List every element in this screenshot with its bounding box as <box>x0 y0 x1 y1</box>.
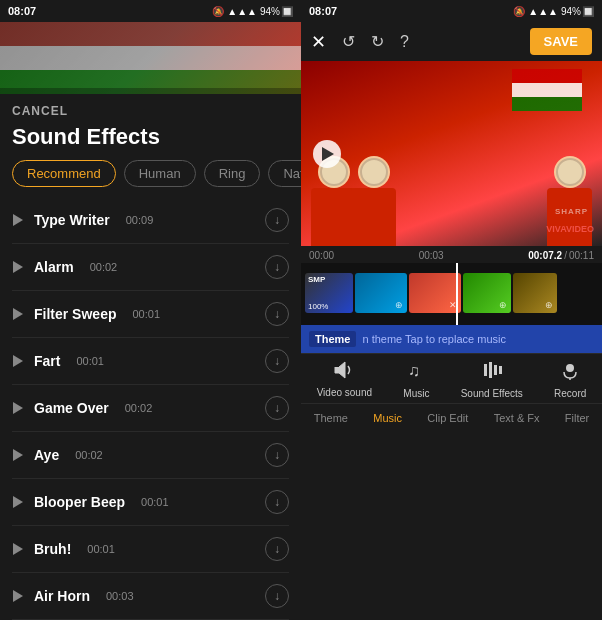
timeline-area[interactable]: SMP 100% ⊕ ✕ ⊕ ⊕ <box>301 263 602 325</box>
sound-list: Type Writer 00:09 ↓ Alarm 00:02 ↓ Filter… <box>0 197 301 620</box>
download-button[interactable]: ↓ <box>265 584 289 608</box>
list-item[interactable]: Air Horn 00:03 ↓ <box>12 573 289 620</box>
tab-nature[interactable]: Nature <box>268 160 301 187</box>
play-button[interactable] <box>12 261 24 273</box>
sound-name: Aye <box>34 447 59 463</box>
tab-human[interactable]: Human <box>124 160 196 187</box>
clip-1[interactable]: SMP 100% <box>305 273 353 313</box>
play-button[interactable] <box>12 543 24 555</box>
tool-video-sound[interactable]: Video sound <box>317 361 372 398</box>
figure-body <box>311 188 356 246</box>
video-scene: SHARP VIVAVIDEO <box>301 61 602 246</box>
music-icon: ♫ <box>406 360 426 385</box>
mask <box>556 158 584 186</box>
download-icon: ↓ <box>274 261 280 273</box>
tool-music[interactable]: ♫ Music <box>403 360 429 399</box>
clip-icon-2: ⊕ <box>395 300 403 310</box>
svg-point-5 <box>566 364 574 372</box>
clip-4[interactable]: ⊕ <box>463 273 511 313</box>
figure-body <box>351 188 396 246</box>
nav-filter[interactable]: Filter <box>557 410 597 426</box>
tool-sound-effects[interactable]: Sound Effects <box>461 360 523 399</box>
right-top-bar: ✕ ↺ ↻ ? SAVE <box>301 22 602 61</box>
video-play-button[interactable] <box>313 140 341 168</box>
save-button[interactable]: SAVE <box>530 28 592 55</box>
list-item[interactable]: Aye 00:02 ↓ <box>12 432 289 479</box>
sound-duration: 00:02 <box>75 449 103 461</box>
right-status-bar: 08:07 🔕 ▲▲▲ 94% 🔲 <box>301 0 602 22</box>
sound-item-left: Fart 00:01 <box>12 353 265 369</box>
play-button[interactable] <box>12 590 24 602</box>
clip-label: SMP <box>308 275 325 284</box>
play-button[interactable] <box>12 402 24 414</box>
tab-ring[interactable]: Ring <box>204 160 261 187</box>
sound-duration: 00:02 <box>90 261 118 273</box>
sound-item-left: Filter Sweep 00:01 <box>12 306 265 322</box>
sound-name: Game Over <box>34 400 109 416</box>
time-current: 00:07.2 <box>528 250 562 261</box>
theme-label: Theme <box>309 331 356 347</box>
nav-label-filter: Filter <box>565 412 589 424</box>
nav-clip-edit[interactable]: Clip Edit <box>419 410 476 426</box>
list-item[interactable]: Game Over 00:02 ↓ <box>12 385 289 432</box>
download-button[interactable]: ↓ <box>265 349 289 373</box>
cancel-button[interactable]: CANCEL <box>0 94 301 122</box>
tab-recommend[interactable]: Recommend <box>12 160 116 187</box>
nav-music[interactable]: Music <box>365 410 410 426</box>
left-time: 08:07 <box>8 5 36 17</box>
undo-button[interactable]: ↺ <box>342 32 355 51</box>
clip-5[interactable]: ⊕ <box>513 273 557 313</box>
clip-3[interactable]: ✕ <box>409 273 461 313</box>
redo-button[interactable]: ↻ <box>371 32 384 51</box>
figure-1 <box>311 156 356 246</box>
play-button[interactable] <box>12 308 24 320</box>
thumbnail-flag-bg <box>0 22 301 94</box>
list-item[interactable]: Type Writer 00:09 ↓ <box>12 197 289 244</box>
download-button[interactable]: ↓ <box>265 490 289 514</box>
time-bar: 00:00 00:03 00:07.2 / 00:11 <box>301 246 602 263</box>
play-button[interactable] <box>12 214 24 226</box>
download-icon: ↓ <box>274 402 280 414</box>
time-start: 00:00 <box>309 250 334 261</box>
video-preview: SHARP VIVAVIDEO <box>301 61 602 246</box>
theme-text: n theme Tap to replace music <box>362 333 505 345</box>
record-icon <box>560 360 580 385</box>
time-separator: / <box>564 250 567 261</box>
video-play-overlay[interactable] <box>313 140 341 168</box>
flag-background <box>512 69 582 111</box>
figure-head <box>554 156 586 188</box>
clip-2[interactable]: ⊕ <box>355 273 407 313</box>
watermark: VIVAVIDEO <box>546 224 594 234</box>
list-item[interactable]: Fart 00:01 ↓ <box>12 338 289 385</box>
download-button[interactable]: ↓ <box>265 537 289 561</box>
download-button[interactable]: ↓ <box>265 208 289 232</box>
help-button[interactable]: ? <box>400 33 409 51</box>
list-item[interactable]: Blooper Beep 00:01 ↓ <box>12 479 289 526</box>
battery-indicator: 94% 🔲 <box>260 6 293 17</box>
right-panel: 08:07 🔕 ▲▲▲ 94% 🔲 ✕ ↺ ↻ ? SAVE <box>301 0 602 620</box>
sound-item-left: Aye 00:02 <box>12 447 265 463</box>
list-item[interactable]: Filter Sweep 00:01 ↓ <box>12 291 289 338</box>
figure-head <box>358 156 390 188</box>
notification-icon: 🔕 <box>513 6 525 17</box>
sound-item-left: Blooper Beep 00:01 <box>12 494 265 510</box>
list-item[interactable]: Bruh! 00:01 ↓ <box>12 526 289 573</box>
play-button[interactable] <box>12 355 24 367</box>
nav-text-fx[interactable]: Text & Fx <box>486 410 548 426</box>
sound-duration: 00:09 <box>126 214 154 226</box>
timeline-track: SMP 100% ⊕ ✕ ⊕ ⊕ <box>301 271 602 315</box>
download-button[interactable]: ↓ <box>265 255 289 279</box>
play-button[interactable] <box>12 496 24 508</box>
download-button[interactable]: ↓ <box>265 396 289 420</box>
close-button[interactable]: ✕ <box>311 31 326 53</box>
video-sound-icon <box>333 361 355 384</box>
thumbnail-overlay <box>0 88 301 94</box>
list-item[interactable]: Alarm 00:02 ↓ <box>12 244 289 291</box>
play-button[interactable] <box>12 449 24 461</box>
nav-theme[interactable]: Theme <box>306 410 356 426</box>
sound-duration: 00:03 <box>106 590 134 602</box>
sound-name: Fart <box>34 353 60 369</box>
tool-record[interactable]: Record <box>554 360 586 399</box>
download-button[interactable]: ↓ <box>265 443 289 467</box>
download-button[interactable]: ↓ <box>265 302 289 326</box>
